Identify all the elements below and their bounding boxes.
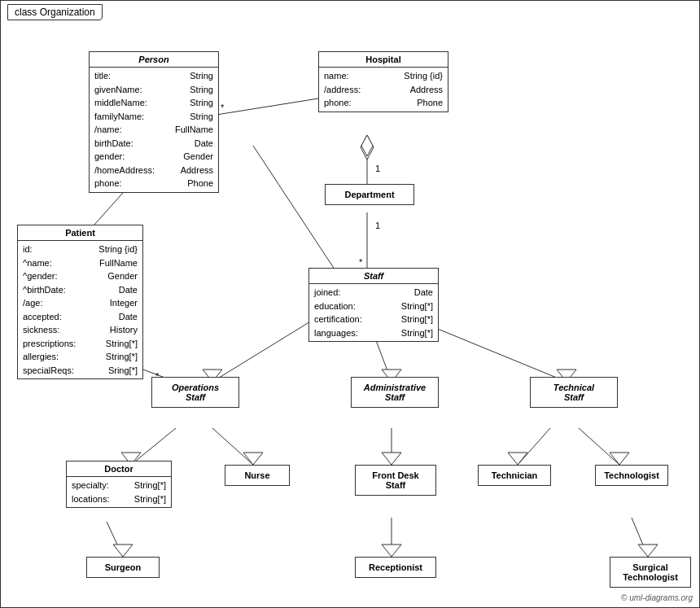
technologist-class: Technologist — [595, 465, 668, 486]
receptionist-class: Receptionist — [355, 557, 436, 578]
doctor-header: Doctor — [67, 461, 171, 477]
surgeon-class: Surgeon — [86, 557, 160, 578]
staff-class: Staff joined:Date education:String[*] ce… — [308, 268, 439, 342]
patient-header: Patient — [18, 225, 142, 241]
hospital-header: Hospital — [319, 52, 448, 68]
staff-body: joined:Date education:String[*] certific… — [309, 284, 438, 341]
operations-staff-class: OperationsStaff — [151, 377, 239, 408]
svg-text:*: * — [359, 257, 363, 267]
surgical-technologist-class: SurgicalTechnologist — [610, 557, 691, 588]
patient-body: id:String {id} ^name:FullName ^gender:Ge… — [18, 241, 142, 378]
svg-line-16 — [212, 317, 318, 382]
svg-marker-27 — [382, 453, 401, 465]
svg-text:*: * — [221, 103, 225, 112]
svg-marker-33 — [113, 545, 133, 557]
technical-staff-label: TechnicalStaff — [553, 383, 594, 402]
svg-line-30 — [579, 428, 619, 465]
person-header: Person — [90, 52, 218, 68]
front-desk-label: Front DeskStaff — [372, 470, 418, 490]
receptionist-label: Receptionist — [369, 562, 422, 572]
person-class: Person title:String givenName:String mid… — [89, 51, 219, 193]
svg-marker-38 — [361, 135, 373, 156]
admin-staff-label: AdministrativeStaff — [364, 383, 426, 402]
svg-line-0 — [217, 98, 318, 115]
svg-line-36 — [632, 518, 648, 557]
svg-marker-25 — [243, 453, 263, 465]
department-label: Department — [344, 190, 394, 199]
nurse-label: Nurse — [244, 470, 269, 480]
surgeon-label: Surgeon — [105, 562, 142, 572]
hospital-class: Hospital name:String {id} /address:Addre… — [318, 51, 448, 112]
surgical-tech-label: SurgicalTechnologist — [623, 562, 678, 582]
doctor-class: Doctor specialty:String[*] locations:Str… — [66, 461, 172, 508]
svg-marker-37 — [638, 545, 658, 557]
svg-marker-29 — [508, 453, 527, 465]
diagram-title: class Organization — [7, 4, 103, 20]
copyright: © uml-diagrams.org — [621, 593, 693, 602]
operations-staff-label: OperationsStaff — [172, 383, 219, 402]
svg-line-22 — [131, 428, 176, 465]
svg-marker-3 — [361, 135, 374, 160]
front-desk-staff-class: Front DeskStaff — [355, 465, 436, 496]
technician-class: Technician — [478, 465, 551, 486]
doctor-body: specialty:String[*] locations:String[*] — [67, 477, 171, 507]
patient-class: Patient id:String {id} ^name:FullName ^g… — [17, 225, 143, 379]
svg-marker-31 — [610, 453, 629, 465]
diagram-container: class Organization * 1 * 1 * * * — [0, 0, 700, 608]
technologist-label: Technologist — [604, 470, 659, 480]
svg-line-32 — [107, 522, 123, 557]
staff-header: Staff — [309, 269, 438, 284]
administrative-staff-class: AdministrativeStaff — [351, 377, 439, 408]
svg-text:1: 1 — [375, 164, 380, 173]
hospital-body: name:String {id} /address:Address phone:… — [319, 68, 448, 112]
svg-line-28 — [518, 428, 550, 465]
technical-staff-class: TechnicalStaff — [530, 377, 618, 408]
nurse-class: Nurse — [225, 465, 290, 486]
technician-label: Technician — [492, 470, 538, 480]
department-class: Department — [325, 184, 414, 205]
person-body: title:String givenName:String middleName… — [90, 68, 218, 192]
svg-text:1: 1 — [375, 221, 380, 230]
svg-line-24 — [212, 428, 253, 465]
svg-marker-35 — [382, 545, 401, 557]
svg-line-11 — [253, 146, 343, 282]
